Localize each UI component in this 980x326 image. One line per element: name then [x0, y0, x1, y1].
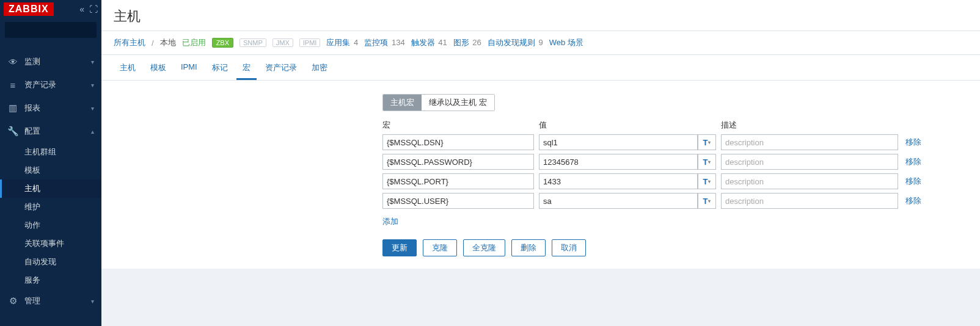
chevron-down-icon: ▾ — [91, 298, 94, 305]
badge-jmx: JMX — [272, 38, 293, 47]
macro-name-input[interactable] — [382, 173, 534, 189]
search-box[interactable]: 🔍 — [5, 22, 97, 38]
count-triggers: 41 — [438, 38, 447, 47]
remove-macro-link[interactable]: 移除 — [905, 176, 921, 187]
macro-desc-input[interactable] — [721, 173, 898, 189]
tab-ipmi[interactable]: IPMI — [175, 59, 203, 80]
sidebar-item-hostgroups[interactable]: 主机群组 — [0, 143, 101, 161]
crumb-all-hosts[interactable]: 所有主机 — [114, 37, 145, 48]
sidebar-item-hosts[interactable]: 主机 — [0, 179, 101, 198]
macro-row: T▾ 移除 — [382, 173, 968, 189]
sidebar-item-actions[interactable]: 动作 — [0, 216, 101, 234]
macro-desc-input[interactable] — [721, 154, 898, 170]
main: 主机 所有主机 / 本地 已启用 ZBX SNMP JMX IPMI 应用集 4… — [101, 0, 980, 326]
macro-column-headers: 宏 值 描述 — [382, 120, 968, 131]
nav-reports[interactable]: ▥ 报表 ▾ — [0, 96, 101, 120]
nav-inventory[interactable]: ≡ 资产记录 ▾ — [0, 73, 101, 96]
sidebar-item-correlation[interactable]: 关联项事件 — [0, 234, 101, 253]
link-items[interactable]: 监控项 — [364, 38, 388, 47]
toggle-inherited-macros[interactable]: 继承以及主机 宏 — [422, 95, 494, 110]
link-discovery[interactable]: 自动发现规则 — [488, 38, 535, 47]
header-macro: 宏 — [382, 120, 534, 131]
nav-label: 配置 — [24, 126, 40, 137]
chevron-down-icon: ▾ — [708, 159, 711, 165]
chevron-up-icon: ▴ — [91, 128, 94, 135]
tab-templates[interactable]: 模板 — [144, 59, 172, 80]
sidebar-item-maintenance[interactable]: 维护 — [0, 198, 101, 216]
link-applications[interactable]: 应用集 — [326, 38, 350, 47]
count-applications: 4 — [354, 38, 358, 47]
count-graphs: 26 — [472, 38, 481, 47]
tab-host[interactable]: 主机 — [114, 59, 142, 80]
nav-administration[interactable]: ⚙ 管理 ▾ — [0, 289, 101, 313]
macro-type-button[interactable]: T▾ — [698, 134, 716, 150]
nav-monitoring[interactable]: 👁 监测 ▾ — [0, 50, 101, 73]
breadcrumb-sep: / — [152, 38, 154, 48]
logo: ZABBIX — [4, 2, 54, 16]
macro-name-input[interactable] — [382, 134, 534, 150]
status-enabled: 已启用 — [182, 37, 206, 48]
nav-label: 管理 — [24, 295, 40, 306]
macro-row: T▾ 移除 — [382, 154, 968, 170]
link-graphs[interactable]: 图形 — [453, 38, 469, 47]
macro-type-button[interactable]: T▾ — [698, 173, 716, 189]
count-items: 134 — [392, 38, 405, 47]
sidebar-header: ZABBIX « ⛶ — [0, 0, 101, 18]
wrench-icon: 🔧 — [7, 126, 18, 137]
cancel-button[interactable]: 取消 — [552, 239, 586, 256]
subtabs: 主机 模板 IPMI 标记 宏 资产记录 加密 — [101, 55, 980, 81]
chevron-down-icon: ▾ — [708, 140, 711, 145]
gear-icon: ⚙ — [7, 295, 18, 306]
search-input[interactable] — [9, 26, 111, 35]
collapse-icon[interactable]: « — [79, 4, 84, 14]
macro-type-button[interactable]: T▾ — [698, 193, 716, 209]
macro-row: T▾ 移除 — [382, 134, 968, 150]
macro-desc-input[interactable] — [721, 134, 898, 150]
nav-label: 报表 — [24, 103, 40, 114]
link-triggers[interactable]: 触发器 — [411, 38, 435, 47]
macro-type-button[interactable]: T▾ — [698, 154, 716, 170]
chevron-down-icon: ▾ — [91, 82, 94, 89]
tab-macros[interactable]: 宏 — [236, 59, 257, 80]
remove-macro-link[interactable]: 移除 — [905, 195, 921, 206]
fullscreen-icon[interactable]: ⛶ — [89, 4, 98, 14]
link-web[interactable]: Web 场景 — [549, 38, 583, 47]
macro-name-input[interactable] — [382, 154, 534, 170]
macro-desc-input[interactable] — [721, 193, 898, 209]
sidebar-item-templates[interactable]: 模板 — [0, 161, 101, 179]
bar-chart-icon: ▥ — [7, 103, 18, 114]
macro-value-input[interactable] — [539, 173, 698, 189]
chevron-down-icon: ▾ — [708, 198, 711, 204]
macro-value-input[interactable] — [539, 154, 698, 170]
badge-ipmi: IPMI — [299, 38, 321, 47]
chevron-down-icon: ▾ — [708, 179, 711, 184]
header-value: 值 — [539, 120, 716, 131]
toggle-host-macros[interactable]: 主机宏 — [383, 95, 422, 110]
macro-value-input[interactable] — [539, 134, 698, 150]
macro-value-input[interactable] — [539, 193, 698, 209]
chevron-down-icon: ▾ — [91, 59, 94, 65]
nav-label: 资产记录 — [24, 79, 56, 90]
remove-macro-link[interactable]: 移除 — [905, 156, 921, 167]
macro-scope-toggle: 主机宏 继承以及主机 宏 — [382, 94, 495, 111]
tab-inventory[interactable]: 资产记录 — [259, 59, 303, 80]
clone-button[interactable]: 克隆 — [423, 239, 457, 256]
remove-macro-link[interactable]: 移除 — [905, 137, 921, 148]
nav-configuration[interactable]: 🔧 配置 ▴ — [0, 120, 101, 143]
full-clone-button[interactable]: 全克隆 — [463, 239, 505, 256]
tab-encryption[interactable]: 加密 — [305, 59, 334, 80]
add-macro-link[interactable]: 添加 — [382, 216, 398, 227]
sidebar-item-services[interactable]: 服务 — [0, 271, 101, 289]
update-button[interactable]: 更新 — [382, 239, 417, 256]
badge-zbx: ZBX — [212, 38, 233, 48]
tab-tags[interactable]: 标记 — [206, 59, 234, 80]
macro-name-input[interactable] — [382, 193, 534, 209]
breadcrumb: 所有主机 / 本地 已启用 ZBX SNMP JMX IPMI 应用集 4 监控… — [101, 31, 980, 55]
eye-icon: 👁 — [7, 57, 18, 67]
delete-button[interactable]: 删除 — [511, 239, 546, 256]
sidebar-item-discovery[interactable]: 自动发现 — [0, 253, 101, 271]
badge-snmp: SNMP — [240, 38, 266, 47]
list-icon: ≡ — [7, 80, 18, 90]
crumb-current: 本地 — [160, 37, 176, 48]
macro-row: T▾ 移除 — [382, 193, 968, 209]
